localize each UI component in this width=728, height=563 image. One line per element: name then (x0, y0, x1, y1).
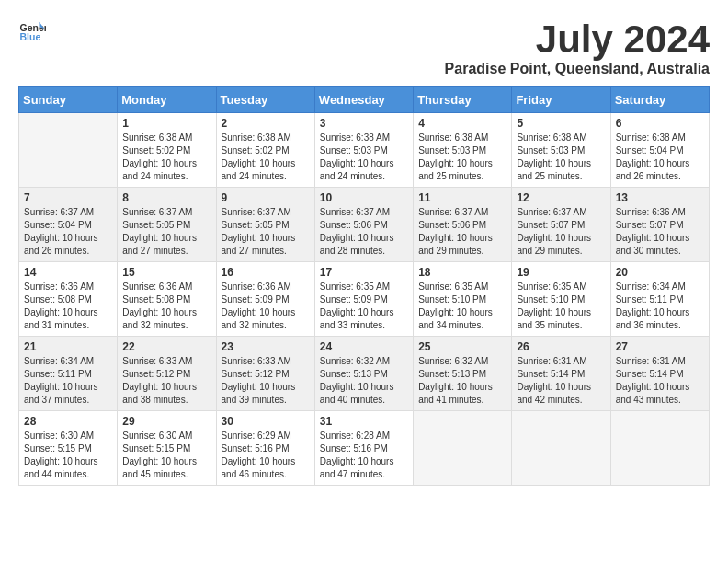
weekday-header-sunday: Sunday (19, 87, 118, 113)
day-number: 17 (320, 266, 408, 279)
weekday-header-saturday: Saturday (610, 87, 709, 113)
calendar-cell: 28Sunrise: 6:30 AM Sunset: 5:15 PM Dayli… (19, 411, 118, 486)
cell-content: Sunrise: 6:32 AM Sunset: 5:13 PM Dayligh… (320, 355, 408, 407)
day-number: 16 (222, 266, 310, 279)
day-number: 5 (517, 117, 605, 130)
weekday-header-thursday: Thursday (414, 87, 512, 113)
calendar-cell: 31Sunrise: 6:28 AM Sunset: 5:16 PM Dayli… (314, 411, 413, 486)
calendar-cell (610, 411, 709, 486)
cell-content: Sunrise: 6:29 AM Sunset: 5:16 PM Dayligh… (222, 430, 310, 481)
calendar-cell: 30Sunrise: 6:29 AM Sunset: 5:16 PM Dayli… (216, 411, 314, 486)
calendar-cell: 13Sunrise: 6:36 AM Sunset: 5:07 PM Dayli… (610, 188, 709, 262)
day-number: 21 (24, 340, 112, 353)
cell-content: Sunrise: 6:38 AM Sunset: 5:03 PM Dayligh… (320, 132, 408, 183)
calendar-table: SundayMondayTuesdayWednesdayThursdayFrid… (18, 86, 710, 486)
calendar-cell: 8Sunrise: 6:37 AM Sunset: 5:05 PM Daylig… (118, 188, 216, 262)
calendar-cell (414, 411, 512, 486)
day-number: 6 (616, 117, 704, 130)
day-number: 4 (418, 117, 506, 130)
calendar-cell: 6Sunrise: 6:38 AM Sunset: 5:04 PM Daylig… (610, 113, 709, 188)
calendar-cell: 27Sunrise: 6:31 AM Sunset: 5:14 PM Dayli… (610, 337, 709, 411)
day-number: 7 (24, 191, 112, 204)
day-number: 27 (616, 340, 704, 353)
week-row-4: 21Sunrise: 6:34 AM Sunset: 5:11 PM Dayli… (19, 337, 710, 411)
logo: General Blue (18, 18, 46, 46)
cell-content: Sunrise: 6:33 AM Sunset: 5:12 PM Dayligh… (122, 355, 210, 407)
calendar-cell (512, 411, 610, 486)
page-header: General Blue July 2024 Paradise Point, Q… (18, 18, 710, 77)
cell-content: Sunrise: 6:34 AM Sunset: 5:11 PM Dayligh… (616, 281, 704, 332)
day-number: 8 (122, 191, 210, 204)
logo-icon: General Blue (18, 18, 46, 46)
day-number: 24 (320, 340, 408, 353)
weekday-header-wednesday: Wednesday (314, 87, 413, 113)
month-title: July 2024 (445, 18, 710, 61)
calendar-cell: 7Sunrise: 6:37 AM Sunset: 5:04 PM Daylig… (19, 188, 118, 262)
day-number: 11 (418, 191, 506, 204)
calendar-cell: 18Sunrise: 6:35 AM Sunset: 5:10 PM Dayli… (414, 262, 512, 337)
cell-content: Sunrise: 6:32 AM Sunset: 5:13 PM Dayligh… (418, 355, 506, 407)
week-row-1: 1Sunrise: 6:38 AM Sunset: 5:02 PM Daylig… (19, 113, 710, 188)
cell-content: Sunrise: 6:37 AM Sunset: 5:05 PM Dayligh… (122, 206, 210, 258)
day-number: 23 (222, 340, 310, 353)
cell-content: Sunrise: 6:37 AM Sunset: 5:05 PM Dayligh… (222, 206, 310, 258)
day-number: 1 (122, 117, 210, 130)
calendar-cell: 21Sunrise: 6:34 AM Sunset: 5:11 PM Dayli… (19, 337, 118, 411)
day-number: 15 (122, 266, 210, 279)
cell-content: Sunrise: 6:36 AM Sunset: 5:09 PM Dayligh… (222, 281, 310, 332)
day-number: 30 (222, 415, 310, 428)
cell-content: Sunrise: 6:38 AM Sunset: 5:04 PM Dayligh… (616, 132, 704, 183)
week-row-5: 28Sunrise: 6:30 AM Sunset: 5:15 PM Dayli… (19, 411, 710, 486)
title-area: July 2024 Paradise Point, Queensland, Au… (445, 18, 710, 77)
calendar-cell: 16Sunrise: 6:36 AM Sunset: 5:09 PM Dayli… (216, 262, 314, 337)
svg-text:Blue: Blue (20, 31, 41, 42)
header-row: SundayMondayTuesdayWednesdayThursdayFrid… (19, 87, 710, 113)
calendar-cell: 15Sunrise: 6:36 AM Sunset: 5:08 PM Dayli… (118, 262, 216, 337)
location-title: Paradise Point, Queensland, Australia (445, 61, 710, 77)
cell-content: Sunrise: 6:36 AM Sunset: 5:07 PM Dayligh… (616, 206, 704, 258)
day-number: 13 (616, 191, 704, 204)
day-number: 19 (517, 266, 605, 279)
calendar-cell: 10Sunrise: 6:37 AM Sunset: 5:06 PM Dayli… (314, 188, 413, 262)
cell-content: Sunrise: 6:37 AM Sunset: 5:04 PM Dayligh… (24, 206, 112, 258)
cell-content: Sunrise: 6:33 AM Sunset: 5:12 PM Dayligh… (222, 355, 310, 407)
calendar-cell: 12Sunrise: 6:37 AM Sunset: 5:07 PM Dayli… (512, 188, 610, 262)
calendar-cell: 17Sunrise: 6:35 AM Sunset: 5:09 PM Dayli… (314, 262, 413, 337)
cell-content: Sunrise: 6:38 AM Sunset: 5:03 PM Dayligh… (517, 132, 605, 183)
calendar-cell: 23Sunrise: 6:33 AM Sunset: 5:12 PM Dayli… (216, 337, 314, 411)
day-number: 25 (418, 340, 506, 353)
day-number: 12 (517, 191, 605, 204)
day-number: 28 (24, 415, 112, 428)
calendar-cell: 26Sunrise: 6:31 AM Sunset: 5:14 PM Dayli… (512, 337, 610, 411)
week-row-2: 7Sunrise: 6:37 AM Sunset: 5:04 PM Daylig… (19, 188, 710, 262)
day-number: 9 (222, 191, 310, 204)
weekday-header-tuesday: Tuesday (216, 87, 314, 113)
calendar-cell: 11Sunrise: 6:37 AM Sunset: 5:06 PM Dayli… (414, 188, 512, 262)
calendar-cell: 3Sunrise: 6:38 AM Sunset: 5:03 PM Daylig… (314, 113, 413, 188)
cell-content: Sunrise: 6:38 AM Sunset: 5:02 PM Dayligh… (222, 132, 310, 183)
calendar-cell: 25Sunrise: 6:32 AM Sunset: 5:13 PM Dayli… (414, 337, 512, 411)
cell-content: Sunrise: 6:37 AM Sunset: 5:07 PM Dayligh… (517, 206, 605, 258)
cell-content: Sunrise: 6:35 AM Sunset: 5:09 PM Dayligh… (320, 281, 408, 332)
cell-content: Sunrise: 6:35 AM Sunset: 5:10 PM Dayligh… (418, 281, 506, 332)
calendar-cell: 5Sunrise: 6:38 AM Sunset: 5:03 PM Daylig… (512, 113, 610, 188)
day-number: 29 (122, 415, 210, 428)
calendar-cell: 19Sunrise: 6:35 AM Sunset: 5:10 PM Dayli… (512, 262, 610, 337)
cell-content: Sunrise: 6:36 AM Sunset: 5:08 PM Dayligh… (122, 281, 210, 332)
calendar-cell: 9Sunrise: 6:37 AM Sunset: 5:05 PM Daylig… (216, 188, 314, 262)
day-number: 31 (320, 415, 408, 428)
cell-content: Sunrise: 6:38 AM Sunset: 5:02 PM Dayligh… (122, 132, 210, 183)
day-number: 18 (418, 266, 506, 279)
day-number: 2 (222, 117, 310, 130)
cell-content: Sunrise: 6:30 AM Sunset: 5:15 PM Dayligh… (122, 430, 210, 481)
day-number: 3 (320, 117, 408, 130)
calendar-cell: 2Sunrise: 6:38 AM Sunset: 5:02 PM Daylig… (216, 113, 314, 188)
calendar-cell: 4Sunrise: 6:38 AM Sunset: 5:03 PM Daylig… (414, 113, 512, 188)
day-number: 14 (24, 266, 112, 279)
calendar-cell: 14Sunrise: 6:36 AM Sunset: 5:08 PM Dayli… (19, 262, 118, 337)
cell-content: Sunrise: 6:31 AM Sunset: 5:14 PM Dayligh… (616, 355, 704, 407)
day-number: 20 (616, 266, 704, 279)
day-number: 26 (517, 340, 605, 353)
cell-content: Sunrise: 6:28 AM Sunset: 5:16 PM Dayligh… (320, 430, 408, 481)
cell-content: Sunrise: 6:37 AM Sunset: 5:06 PM Dayligh… (418, 206, 506, 258)
